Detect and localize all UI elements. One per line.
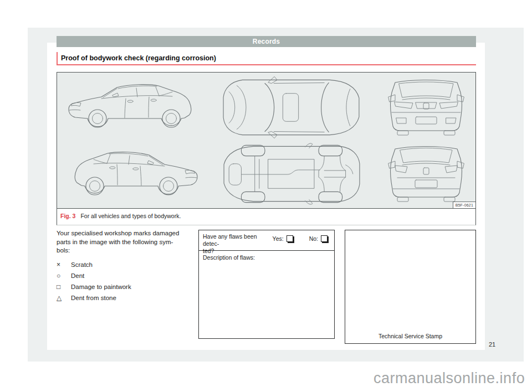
figure-image: B5F-0621 bbox=[57, 73, 475, 209]
figure-frame: B5F-0621 Fig. 3 For all vehicles and typ… bbox=[57, 72, 476, 225]
flaws-question-line: ted? bbox=[203, 247, 268, 255]
intro-line: Your specialised workshop marks damaged bbox=[57, 229, 196, 238]
symbol-label: Damage to paintwork bbox=[71, 283, 131, 290]
section-title: Proof of bodywork check (regarding corro… bbox=[57, 52, 476, 64]
car-side-view-right-drawing bbox=[64, 146, 202, 201]
no-label: No: bbox=[309, 235, 318, 242]
symbol-row: □ Damage to paintwork bbox=[57, 281, 196, 292]
section-title-rule bbox=[57, 64, 476, 65]
flaws-form-header: Have any flaws been detec- ted? Yes: No: bbox=[199, 230, 334, 251]
dent-icon: ○ bbox=[57, 272, 71, 280]
intro-line: parts in the image with the following sy… bbox=[57, 238, 196, 247]
intro-paragraph: Your specialised workshop marks damaged … bbox=[57, 229, 196, 255]
car-top-view-drawing bbox=[220, 76, 363, 139]
flaws-question: Have any flaws been detec- ted? bbox=[203, 233, 268, 255]
records-header: Records bbox=[57, 36, 476, 47]
symbol-label: Dent bbox=[71, 272, 84, 279]
car-front-view-drawing bbox=[384, 77, 468, 136]
symbol-row: ○ Dent bbox=[57, 270, 196, 281]
flaws-form-box: Have any flaws been detec- ted? Yes: No:… bbox=[198, 230, 335, 339]
figure-label: Fig. 3 bbox=[60, 213, 75, 219]
yes-option: Yes: bbox=[273, 235, 294, 242]
symbol-row: × Scratch bbox=[57, 259, 196, 270]
figure-caption-text: For all vehicles and types of bodywork. bbox=[80, 213, 181, 219]
car-rear-view-drawing bbox=[384, 143, 468, 202]
car-side-view-drawing bbox=[64, 78, 202, 133]
page-number: 21 bbox=[489, 341, 495, 348]
stamp-box: Technical Service Stamp bbox=[345, 230, 476, 344]
symbols-list: × Scratch ○ Dent □ Damage to paintwork △… bbox=[57, 259, 196, 303]
stamp-label: Technical Service Stamp bbox=[345, 333, 475, 339]
watermark: carmanualsonline.info bbox=[374, 370, 525, 387]
car-underside-view-drawing bbox=[220, 142, 363, 205]
intro-line: bols: bbox=[57, 246, 196, 255]
symbol-label: Dent from stone bbox=[71, 295, 116, 301]
symbol-row: △ Dent from stone bbox=[57, 292, 196, 303]
yes-no-options: Yes: No: bbox=[273, 235, 329, 242]
yes-label: Yes: bbox=[273, 235, 284, 242]
figure-code-badge: B5F-0621 bbox=[453, 202, 475, 208]
flaws-question-line: Have any flaws been detec- bbox=[203, 233, 268, 247]
no-checkbox bbox=[321, 235, 328, 242]
symbol-label: Scratch bbox=[71, 261, 93, 268]
paintwork-damage-icon: □ bbox=[57, 283, 71, 291]
scratch-icon: × bbox=[57, 261, 71, 269]
stone-dent-icon: △ bbox=[57, 294, 71, 302]
no-option: No: bbox=[309, 235, 329, 242]
yes-checkbox bbox=[287, 235, 293, 242]
figure-caption: Fig. 3 For all vehicles and types of bod… bbox=[57, 209, 475, 223]
